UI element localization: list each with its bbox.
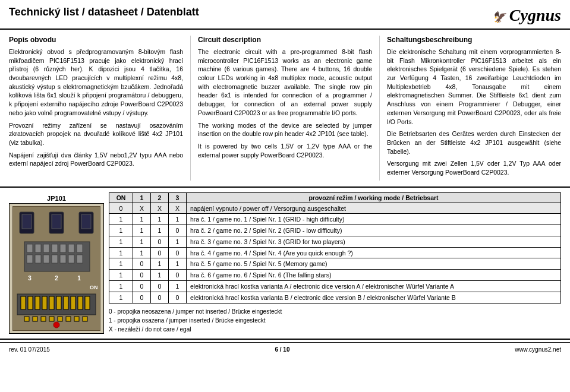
cell-c1: 1: [133, 225, 151, 236]
col1-para3: Napájení zajišťují dva články 1,5V nebo1…: [9, 151, 183, 168]
svg-rect-27: [21, 296, 26, 309]
cell-on: 1: [109, 247, 133, 258]
jp101-label: JP101: [47, 192, 66, 203]
table-note: 1 - propojka osazena / jumper inserted /…: [109, 316, 561, 325]
svg-rect-30: [42, 296, 47, 309]
table-row: 1 1 0 1 hra č. 3 / game no. 3 / Spiel Nr…: [109, 236, 561, 247]
col-circuit: Circuit description The electronic circu…: [190, 36, 372, 181]
svg-rect-31: [49, 296, 54, 309]
cell-c3: 1: [169, 258, 187, 270]
cell-c2: 1: [151, 225, 169, 236]
svg-rect-29: [35, 296, 40, 309]
svg-rect-32: [56, 296, 61, 309]
cell-desc: hra č. 2 / game no. 2 / Spiel Nr. 2 (GRI…: [187, 225, 561, 236]
col3-para2: Die Betriebsarten des Gerätes werden dur…: [387, 129, 561, 156]
cell-desc: elektronická hrací kostka varianta A / e…: [187, 280, 561, 292]
main-content: Popis obvodu Elektronický obvod s předpr…: [0, 30, 570, 188]
cell-c2: 0: [151, 280, 169, 292]
svg-rect-12: [60, 244, 66, 252]
table-row: 1 0 1 1 hra č. 5 / game no. 5 / Spiel Nr…: [109, 258, 561, 270]
col1-para1: Elektronický obvod s předprogramovaným 8…: [9, 48, 183, 118]
th-on: ON: [109, 192, 133, 203]
cell-c1: 1: [133, 247, 151, 258]
svg-rect-43: [74, 317, 79, 321]
cell-c2: 1: [151, 258, 169, 270]
col1-para2: Provozní režimy zařízení se nastavují os…: [9, 121, 183, 147]
col2-para3: It is powered by two cells 1,5V or 1,2V …: [198, 142, 372, 159]
table-section: JP101: [0, 188, 570, 340]
svg-rect-14: [77, 244, 83, 252]
col2-para1: The electronic circuit with a pre-progra…: [198, 48, 372, 118]
table-row: 1 0 0 1 elektronická hrací kostka varian…: [109, 280, 561, 292]
svg-rect-35: [78, 296, 83, 309]
cell-c2: 0: [151, 292, 169, 303]
table-wrapper: JP101: [9, 192, 561, 334]
svg-rect-44: [83, 317, 87, 321]
cell-on: 1: [109, 225, 133, 236]
table-note: 0 - propojka neosazena / jumper not inse…: [109, 307, 561, 316]
svg-rect-4: [52, 214, 61, 229]
cell-c2: 0: [151, 236, 169, 247]
col-popis: Popis obvodu Elektronický obvod s předpr…: [9, 36, 183, 181]
cell-on: 1: [109, 236, 133, 247]
cell-c1: 0: [133, 270, 151, 281]
pcb-image: 3 2 1 ON: [9, 203, 104, 334]
th-desc: provozní režim / working mode / Betriebs…: [187, 192, 561, 203]
svg-rect-2: [22, 214, 32, 229]
cell-c3: 1: [169, 280, 187, 292]
table-container: ON 1 2 3 provozní režim / working mode /…: [109, 192, 561, 334]
svg-text:2: 2: [55, 275, 58, 282]
cell-c1: 1: [133, 236, 151, 247]
svg-rect-6: [81, 214, 91, 229]
svg-rect-10: [43, 244, 49, 252]
cell-on: 1: [109, 214, 133, 225]
cell-c3: 0: [169, 270, 187, 281]
cell-c3: 0: [169, 225, 187, 236]
svg-rect-17: [43, 255, 49, 263]
table-notes: 0 - propojka neosazena / jumper not inse…: [109, 307, 561, 334]
cell-c1: 0: [133, 292, 151, 303]
table-row: 1 1 1 1 hra č. 1 / game no. 1 / Spiel Nr…: [109, 214, 561, 225]
cell-desc: hra č. 3 / game no. 3 / Spiel Nr. 3 (GRI…: [187, 236, 561, 247]
svg-rect-16: [35, 255, 41, 263]
cell-on: 1: [109, 270, 133, 281]
table-row: 1 1 0 0 hra č. 4 / game no. 4 / Spiel Nr…: [109, 247, 561, 258]
svg-rect-38: [33, 317, 37, 321]
col2-title: Circuit description: [198, 36, 372, 44]
th-3: 3: [169, 192, 187, 203]
cell-c1: X: [133, 203, 151, 214]
cell-c3: 0: [169, 292, 187, 303]
pcb-svg: 3 2 1 ON: [12, 206, 100, 331]
cell-c2: 1: [151, 214, 169, 225]
svg-rect-28: [28, 296, 33, 309]
col2-para2: The working modes of the device are sele…: [198, 121, 372, 138]
table-row: 1 0 1 0 hra č. 6 / game no. 6 / Spiel Nr…: [109, 270, 561, 281]
col3-title: Schaltungsbeschreibung: [387, 36, 561, 44]
svg-rect-36: [85, 296, 90, 309]
col-schaltung: Schaltungsbeschreibung Die elektronische…: [379, 36, 561, 181]
cell-desc: elektronická hrací kostka varianta B / e…: [187, 292, 561, 303]
table-row: 1 0 0 0 elektronická hrací kostka varian…: [109, 292, 561, 303]
svg-rect-18: [52, 255, 58, 263]
cell-desc: napájení vypnuto / power off / Versorgun…: [187, 203, 561, 214]
cell-desc: hra č. 6 / game no. 6 / Spiel Nr. 6 (The…: [187, 270, 561, 281]
page-header: Technický list / datasheet / Datenblatt …: [0, 0, 570, 30]
table-note: X - nezáleží / do not care / egal: [109, 325, 561, 334]
col3-para1: Die elektronische Schaltung mit einem vo…: [387, 48, 561, 126]
cell-on: 1: [109, 292, 133, 303]
svg-rect-9: [35, 244, 41, 252]
cell-c2: 0: [151, 247, 169, 258]
cell-on: 1: [109, 280, 133, 292]
svg-rect-37: [24, 317, 29, 321]
cell-desc: hra č. 5 / game no. 5 / Spiel Nr. 5 (Mem…: [187, 258, 561, 270]
svg-rect-21: [77, 255, 83, 263]
cell-desc: hra č. 1 / game no. 1 / Spiel Nr. 1 (GRI…: [187, 214, 561, 225]
svg-text:ON: ON: [90, 284, 98, 290]
logo: 🦅 Cygnus: [492, 6, 561, 25]
cell-c1: 0: [133, 258, 151, 270]
cell-c2: X: [151, 203, 169, 214]
table-row: 0 X X X napájení vypnuto / power off / V…: [109, 203, 561, 214]
cell-c3: 1: [169, 214, 187, 225]
svg-rect-34: [71, 296, 75, 309]
footer-website: www.cygnus2.net: [515, 346, 561, 353]
